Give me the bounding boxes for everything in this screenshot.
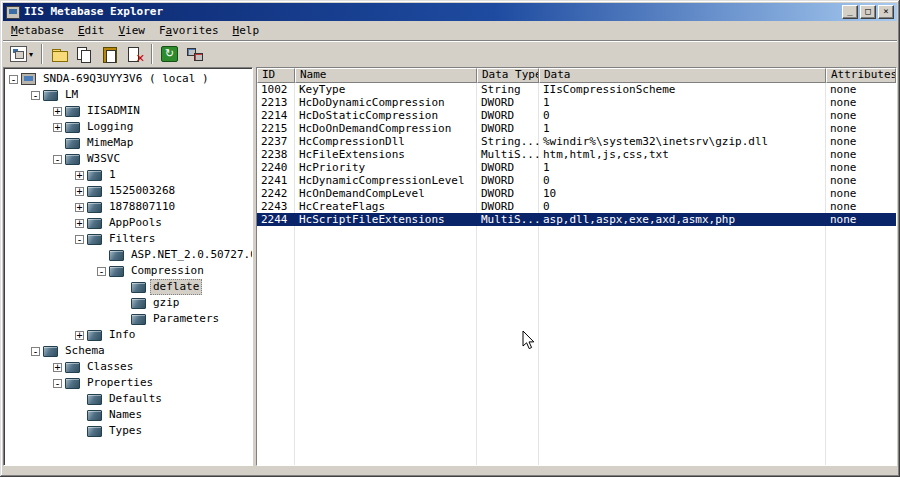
tree-item-1525003268[interactable]: +1525003268 (7, 183, 252, 199)
column-header-id[interactable]: ID (257, 68, 295, 83)
title-bar[interactable]: IIS Metabase Explorer _ □ × (3, 3, 897, 21)
cell-data-type: DWORD (477, 200, 539, 213)
cell-id: 2243 (257, 200, 295, 213)
tree-item-names[interactable]: Names (7, 407, 252, 423)
property-row-2244[interactable]: 2244HcScriptFileExtensionsMultiS...asp,d… (257, 213, 896, 226)
column-header-name[interactable]: Name (295, 68, 477, 83)
property-row-2241[interactable]: 2241HcDynamicCompressionLevelDWORD0none (257, 174, 896, 187)
menu-metabase[interactable]: Metabase (4, 22, 71, 39)
property-row-2242[interactable]: 2242HcOnDemandCompLevelDWORD10none (257, 187, 896, 200)
list-body: 1002KeyTypeStringIIsCompressionSchemenon… (257, 83, 896, 465)
node-icon (87, 234, 102, 245)
node-icon (87, 218, 102, 229)
expand-icon[interactable]: + (53, 123, 62, 132)
expand-icon[interactable]: + (53, 107, 62, 116)
refresh-button[interactable] (158, 43, 181, 65)
column-header-data-type[interactable]: Data Type (477, 68, 539, 83)
expand-icon[interactable]: + (75, 331, 84, 340)
column-header-data[interactable]: Data (539, 68, 826, 83)
scope-selector-button[interactable]: ▾ (7, 43, 36, 65)
tree-item-1[interactable]: +1 (7, 167, 252, 183)
property-row-2214[interactable]: 2214HcDoStaticCompressionDWORD0none (257, 109, 896, 122)
tree-item-iisadmin[interactable]: +IISADMIN (7, 103, 252, 119)
property-row-2243[interactable]: 2243HcCreateFlagsDWORD0none (257, 200, 896, 213)
expand-icon[interactable]: + (75, 203, 84, 212)
tree-item-label: SNDA-69Q3UYY3V6 ( local ) (40, 71, 212, 87)
node-icon (65, 362, 80, 373)
property-row-2240[interactable]: 2240HcPriorityDWORD1none (257, 161, 896, 174)
tree-item-compression[interactable]: -Compression (7, 263, 252, 279)
tree-icon (10, 46, 27, 62)
tree-item-1878807110[interactable]: +1878807110 (7, 199, 252, 215)
property-row-2213[interactable]: 2213HcDoDynamicCompressionDWORD1none (257, 96, 896, 109)
minimize-button[interactable]: _ (842, 5, 858, 19)
tree-item-gzip[interactable]: gzip (7, 295, 252, 311)
menu-help[interactable]: Help (226, 22, 267, 39)
new-key-button[interactable] (48, 43, 71, 65)
collapse-icon[interactable]: - (53, 379, 62, 388)
close-button[interactable]: × (878, 5, 894, 19)
tree-item-apppools[interactable]: +AppPools (7, 215, 252, 231)
tree-item-defaults[interactable]: Defaults (7, 391, 252, 407)
toolbar-separator (41, 44, 43, 64)
tree-item-asp-net-2-0-50727-0[interactable]: ASP.NET_2.0.50727.0 (7, 247, 252, 263)
collapse-icon[interactable]: - (97, 267, 106, 276)
tree-item-types[interactable]: Types (7, 423, 252, 439)
tree-item-label: 1878807110 (106, 199, 178, 215)
collapse-icon[interactable]: - (9, 75, 18, 84)
cell-id: 2242 (257, 187, 295, 200)
node-icon (43, 90, 58, 101)
tree-item-label: 1525003268 (106, 183, 178, 199)
expand-icon[interactable]: + (75, 171, 84, 180)
tree-panel: -SNDA-69Q3UYY3V6 ( local )-LM+IISADMIN+L… (3, 67, 253, 466)
cell-data: 1 (539, 96, 826, 109)
node-icon (109, 266, 124, 277)
column-header-attributes[interactable]: Attributes (826, 68, 896, 83)
property-row-2238[interactable]: 2238HcFileExtensionsMultiS...htm,html,js… (257, 148, 896, 161)
collapse-icon[interactable]: - (75, 235, 84, 244)
tree-item-filters[interactable]: -Filters (7, 231, 252, 247)
cell-attributes: none (826, 135, 896, 148)
menu-edit[interactable]: Edit (71, 22, 112, 39)
property-row-2237[interactable]: 2237HcCompressionDllString...%windir%\sy… (257, 135, 896, 148)
tree-item-lm[interactable]: -LM (7, 87, 252, 103)
cell-attributes: none (826, 174, 896, 187)
tree-item-w3svc[interactable]: -W3SVC (7, 151, 252, 167)
dropdown-arrow-icon[interactable]: ▾ (29, 50, 33, 59)
collapse-icon[interactable]: - (31, 347, 40, 356)
paste-button[interactable] (98, 43, 121, 65)
tree-item-logging[interactable]: +Logging (7, 119, 252, 135)
node-icon (87, 426, 102, 437)
tree-item-classes[interactable]: +Classes (7, 359, 252, 375)
computer-icon (21, 73, 36, 85)
copy-button[interactable] (73, 43, 96, 65)
cell-id: 2241 (257, 174, 295, 187)
menu-favorites[interactable]: Favorites (152, 22, 226, 39)
collapse-icon[interactable]: - (31, 91, 40, 100)
property-row-2215[interactable]: 2215HcDoOnDemandCompressionDWORD1none (257, 122, 896, 135)
node-icon (65, 122, 80, 133)
expand-icon[interactable]: + (75, 187, 84, 196)
node-icon (65, 154, 80, 165)
delete-button[interactable] (123, 43, 146, 65)
tree-item-properties[interactable]: -Properties (7, 375, 252, 391)
connect-button[interactable] (183, 43, 206, 65)
tree-item-info[interactable]: +Info (7, 327, 252, 343)
cell-data-type: DWORD (477, 187, 539, 200)
cell-data: 1 (539, 122, 826, 135)
copy-icon (76, 46, 93, 62)
expand-icon[interactable]: + (75, 219, 84, 228)
cell-data-type: DWORD (477, 122, 539, 135)
property-row-1002[interactable]: 1002KeyTypeStringIIsCompressionSchemenon… (257, 83, 896, 96)
cell-attributes: none (826, 213, 896, 226)
collapse-icon[interactable]: - (53, 155, 62, 164)
tree-item-schema[interactable]: -Schema (7, 343, 252, 359)
cell-data-type: String... (477, 135, 539, 148)
tree-item-mimemap[interactable]: MimeMap (7, 135, 252, 151)
maximize-button[interactable]: □ (860, 5, 876, 19)
tree-item-deflate[interactable]: deflate (7, 279, 252, 295)
tree-item-snda-69q3uyy3v6-local[interactable]: -SNDA-69Q3UYY3V6 ( local ) (7, 71, 252, 87)
tree-item-parameters[interactable]: Parameters (7, 311, 252, 327)
expand-icon[interactable]: + (53, 363, 62, 372)
menu-view[interactable]: View (111, 22, 152, 39)
